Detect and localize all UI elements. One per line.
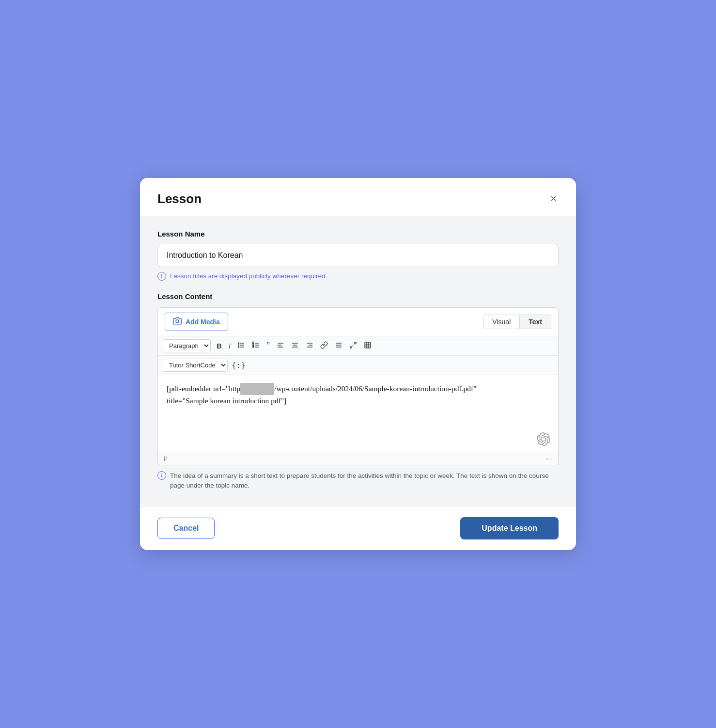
toolbar-row1: Paragraph B I 123 " xyxy=(158,336,558,356)
lesson-name-helper-text: Lesson titles are displayed publicly whe… xyxy=(170,272,327,280)
statusbar-path: P xyxy=(164,456,168,462)
shortcode-icon: {:} xyxy=(232,361,246,370)
lesson-name-input[interactable] xyxy=(157,244,559,267)
align-justify-button[interactable] xyxy=(332,339,345,352)
link-button[interactable] xyxy=(317,339,331,352)
svg-point-5 xyxy=(238,345,239,346)
editor-content: [pdf-embedder url="http /wp-content/uplo… xyxy=(167,383,549,407)
blockquote-button[interactable]: " xyxy=(264,339,273,352)
tab-text[interactable]: Text xyxy=(520,315,551,329)
svg-line-25 xyxy=(354,342,357,345)
cancel-button[interactable]: Cancel xyxy=(157,518,215,539)
modal-overlay: Lesson × Lesson Name i Lesson titles are… xyxy=(0,0,716,728)
lesson-modal: Lesson × Lesson Name i Lesson titles are… xyxy=(140,178,576,551)
ol-button[interactable]: 123 xyxy=(249,339,263,352)
lesson-name-label: Lesson Name xyxy=(157,230,559,238)
add-media-icon xyxy=(173,317,182,327)
expand-button[interactable] xyxy=(346,339,360,352)
align-left-button[interactable] xyxy=(274,339,287,352)
paragraph-select[interactable]: Paragraph xyxy=(163,339,211,352)
ul-button[interactable] xyxy=(234,339,248,352)
editor-statusbar: P ⋯ xyxy=(158,453,558,465)
table-button[interactable] xyxy=(361,339,374,352)
italic-button[interactable]: I xyxy=(226,340,233,351)
svg-text:3: 3 xyxy=(252,346,254,348)
resize-handle[interactable]: ⋯ xyxy=(545,455,552,463)
modal-header: Lesson × xyxy=(140,178,576,216)
bold-button[interactable]: B xyxy=(214,340,225,351)
align-right-button[interactable] xyxy=(303,339,316,352)
info-icon: i xyxy=(157,272,166,281)
editor-area[interactable]: [pdf-embedder url="http /wp-content/uplo… xyxy=(158,375,558,453)
modal-title: Lesson xyxy=(157,191,202,206)
svg-point-0 xyxy=(176,320,179,323)
modal-body: Lesson Name i Lesson titles are displaye… xyxy=(140,216,576,506)
lesson-name-helper: i Lesson titles are displayed publicly w… xyxy=(157,272,559,281)
add-media-button[interactable]: Add Media xyxy=(165,313,228,331)
svg-point-6 xyxy=(238,347,239,348)
editor-container: Add Media Visual Text Paragraph B I xyxy=(157,307,559,465)
content-helper-text: The idea of a summary is a short text to… xyxy=(170,471,559,491)
toolbar-row2: Tutor ShortCode {:} xyxy=(158,356,558,375)
editor-tabs: Visual Text xyxy=(483,315,551,329)
modal-footer: Cancel Update Lesson xyxy=(140,506,576,550)
update-lesson-button[interactable]: Update Lesson xyxy=(460,517,559,539)
add-media-label: Add Media xyxy=(186,318,220,326)
tab-visual[interactable]: Visual xyxy=(483,315,520,329)
content-helper: i The idea of a summary is a short text … xyxy=(157,471,559,491)
svg-point-4 xyxy=(238,343,239,344)
editor-topbar: Add Media Visual Text xyxy=(158,308,558,336)
shortcode-select[interactable]: Tutor ShortCode xyxy=(163,359,228,372)
align-center-button[interactable] xyxy=(288,339,302,352)
svg-line-26 xyxy=(350,346,353,348)
lesson-content-label: Lesson Content xyxy=(157,292,559,301)
blurred-url xyxy=(240,383,274,395)
content-info-icon: i xyxy=(157,471,166,480)
openai-icon xyxy=(537,432,550,446)
close-button[interactable]: × xyxy=(548,191,559,206)
svg-rect-27 xyxy=(365,342,371,348)
